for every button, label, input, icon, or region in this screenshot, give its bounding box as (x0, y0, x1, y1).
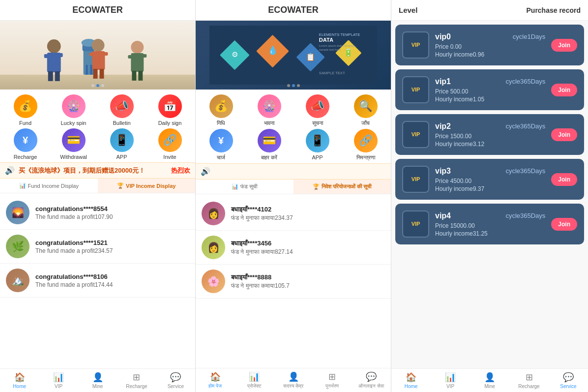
right-nav-service[interactable]: 💬 Service (549, 369, 588, 392)
middle-refill-icon: ⊞ (328, 371, 336, 382)
charge-icon-item[interactable]: ¥ चार्ज (198, 129, 244, 161)
left-nav-home[interactable]: 🏠 Home (0, 369, 39, 392)
right-nav-mine-label: Mine (484, 384, 495, 389)
vip-card-1: VIP vip1 cycle365Days Price 500.00 Hourl… (395, 69, 584, 110)
nimantrna-label: निमन्त्रणा (356, 154, 375, 161)
right-nav-home[interactable]: 🏠 Home (391, 369, 431, 392)
vip-info-2: vip2 cycle365Days Price 1500.00 Hourly i… (435, 122, 545, 148)
middle-nav-member[interactable]: 👤 सदस्य केंद्र (274, 368, 313, 392)
middle-banner: ⚙ 💧 📋 🔋 ELEMENTS TEMPLATE DATA Lorem ips… (196, 21, 391, 90)
vip-cycle-0: cycle1Days (513, 33, 545, 40)
vip-name-0: vip0 (435, 32, 451, 41)
svg-text:Lorem ipsum dolor sit amet...: Lorem ipsum dolor sit amet... (319, 44, 357, 47)
app2-icon-item[interactable]: 📱 APP (294, 129, 340, 161)
middle-dot-1[interactable] (287, 84, 290, 87)
mine-user-icon: 👤 (92, 372, 103, 383)
tab-fund-hindi-chart-icon: 📊 (232, 183, 238, 190)
invite-icon-item[interactable]: 🔗 Invite (147, 128, 193, 160)
svg-text:DATA: DATA (319, 37, 333, 43)
tab-fund-hindi[interactable]: 📊 फंड सूची (196, 180, 294, 194)
svg-rect-11 (48, 71, 53, 81)
bahar-label: बाहर करें (261, 154, 277, 161)
svg-rect-22 (140, 54, 147, 58)
bahar-icon: 💳 (258, 129, 281, 152)
middle-dot-3[interactable] (297, 84, 300, 87)
left-nav-vip[interactable]: 📊 VIP (39, 369, 78, 392)
middle-nav-home[interactable]: 🏠 होम पेज (196, 368, 235, 392)
middle-nav-refill[interactable]: ⊞ पुनर्भरण (313, 368, 352, 392)
vip-name-4: vip4 (435, 211, 451, 220)
vip-join-button-1[interactable]: Join (551, 84, 577, 96)
tab-fund-income[interactable]: 📊 Fund Income Display (0, 179, 98, 193)
left-title: ECOWATER (72, 5, 123, 15)
fund-icon-item[interactable]: 💰 Fund (2, 94, 48, 126)
middle-nav-online[interactable]: 💬 ऑनलाइन सेवा (352, 368, 391, 392)
left-feed-info-2: congratulations****8106 The fund made a … (35, 273, 189, 288)
middle-feed-item-2: 🌸 बधाइयाँ****8888 फंड ने मुनाफा कमाया105… (196, 265, 391, 299)
charge-label: चार्ज (217, 154, 225, 161)
right-header-purchase[interactable]: Purchase record (527, 6, 581, 14)
left-feed-item-1: 🌿 congratulations****1521 The fund made … (0, 230, 195, 264)
left-panel: ECOWATER (0, 0, 196, 392)
vip-income-0: Hourly income0.96 (435, 51, 545, 58)
middle-icon-grid: 💰 निधि 🎡 भावना 📣 सूचना 🔍 जाँच ¥ चार्ज 💳 … (196, 90, 391, 163)
right-vip-icon: 📊 (445, 372, 456, 383)
vip-join-button-0[interactable]: Join (551, 39, 577, 52)
middle-nav-project[interactable]: 📊 प्रोजेक्ट (235, 368, 273, 392)
left-feed-name-0: congratulations****8554 (35, 205, 189, 212)
middle-nav-home-label: होम पेज (208, 383, 222, 389)
left-nav-recharge[interactable]: ⊞ Recharge (117, 369, 156, 392)
vip-price-4: Price 15000.00 (435, 222, 545, 229)
banner-dot-1[interactable] (91, 84, 94, 87)
right-nav-vip[interactable]: 📊 VIP (431, 369, 470, 392)
right-nav-vip-label: VIP (446, 384, 454, 389)
vip-join-button-2[interactable]: Join (551, 128, 577, 141)
middle-feed-info-0: बधाइयाँ****4102 फंड ने मुनाफा कमाया234.3… (231, 206, 385, 221)
svg-point-7 (47, 39, 61, 53)
app-icon-item[interactable]: 📱 APP (99, 128, 145, 160)
nidhi-icon-item[interactable]: 💰 निधि (198, 94, 244, 126)
vip-cycle-1: cycle365Days (505, 78, 545, 85)
janch-icon-item[interactable]: 🔍 जाँच (343, 94, 388, 126)
left-nav-service[interactable]: 💬 Service (156, 369, 195, 392)
bhavna-icon-item[interactable]: 🎡 भावना (246, 94, 292, 126)
nidhi-label: निधि (217, 120, 225, 126)
bulletin-icon-item[interactable]: 📣 Bulletin (99, 94, 145, 126)
left-nav-service-label: Service (168, 384, 184, 389)
lucky-spin-icon-item[interactable]: 🎡 Lucky spin (51, 94, 96, 126)
vip-title-row-3: vip3 cycle365Days (435, 167, 545, 176)
left-nav-mine[interactable]: 👤 Mine (78, 369, 117, 392)
middle-nav-project-label: प्रोजेक्ट (247, 383, 262, 389)
vip-join-button-4[interactable]: Join (551, 218, 577, 231)
middle-feed-desc-0: फंड ने मुनाफा कमाया234.37 (231, 214, 385, 221)
banner-dot-3[interactable] (101, 84, 104, 87)
recharge-icon-item[interactable]: ¥ Recharge (2, 128, 48, 160)
svg-text:🔋: 🔋 (344, 48, 353, 57)
left-icon-grid: 💰 Fund 🎡 Lucky spin 📣 Bulletin 📅 Daily s… (0, 90, 195, 162)
right-nav-mine[interactable]: 👤 Mine (470, 369, 509, 392)
nimantrna-icon-item[interactable]: 🔗 निमन्त्रणा (343, 129, 388, 161)
bahar-icon-item[interactable]: 💳 बाहर करें (246, 129, 292, 161)
middle-nav-refill-label: पुनर्भरण (325, 383, 339, 389)
suchna-icon-item[interactable]: 📣 सूचना (294, 94, 340, 126)
middle-feed-name-2: बधाइयाँ****8888 (231, 273, 385, 281)
middle-dot-2[interactable] (292, 84, 295, 87)
tab-invest-hindi[interactable]: 🏆 निवेश परियोजनाओं की सूची (294, 180, 391, 194)
vip-join-button-3[interactable]: Join (551, 173, 577, 186)
bhavna-label: भावना (264, 120, 274, 126)
suchna-icon: 📣 (306, 94, 329, 118)
vip-name-3: vip3 (435, 167, 451, 176)
left-feed-avatar-0: 🌄 (6, 201, 29, 224)
left-banner (0, 21, 195, 90)
vip-income-3: Hourly income9.37 (435, 185, 545, 192)
left-nav-vip-label: VIP (55, 384, 62, 389)
daily-sign-icon-item[interactable]: 📅 Daily sign (147, 94, 193, 126)
right-nav-recharge[interactable]: ⊞ Recharge (509, 369, 549, 392)
middle-feed-avatar-1: 👩 (202, 236, 225, 259)
banner-dot-2[interactable] (96, 84, 99, 87)
svg-rect-6 (90, 65, 92, 75)
tab-vip-income[interactable]: 🏆 VIP Income Display (98, 179, 196, 193)
withdrawal-icon-item[interactable]: 💳 Withdrawal (51, 128, 96, 160)
vip-cycle-3: cycle365Days (505, 167, 545, 175)
svg-rect-12 (55, 71, 60, 81)
